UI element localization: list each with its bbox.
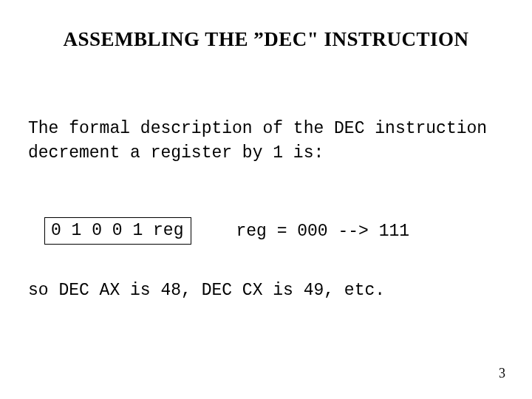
slide-title: ASSEMBLING THE ”DEC" INSTRUCTION — [0, 28, 532, 51]
description-text: The formal description of the DEC instru… — [28, 117, 504, 166]
opcode-box: 0 1 0 0 1 reg — [44, 217, 191, 245]
encoding-row: 0 1 0 0 1 reg reg = 000 --> 111 — [44, 217, 504, 245]
slide: ASSEMBLING THE ”DEC" INSTRUCTION The for… — [0, 0, 532, 399]
page-number: 3 — [499, 366, 505, 381]
register-range-text: reg = 000 --> 111 — [236, 222, 409, 241]
examples-text: so DEC AX is 48, DEC CX is 49, etc. — [28, 281, 504, 300]
